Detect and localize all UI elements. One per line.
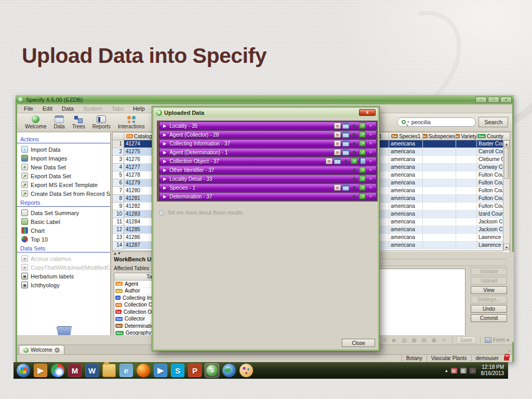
view-record-icon[interactable]: ▤ — [334, 140, 341, 147]
export-icon[interactable]: ↗ — [359, 167, 366, 173]
upload-row-agent-collector-28[interactable]: ▶Agent (Collector) - 28▤♣↗× — [159, 130, 377, 139]
view-record-icon[interactable]: ▤ — [334, 149, 341, 155]
sidebar-item-export-data-set[interactable]: ↗Export Data Set — [17, 171, 110, 180]
dialog-titlebar[interactable]: $ Uploaded Data x — [154, 108, 378, 117]
undo-button[interactable]: Undo — [471, 305, 507, 313]
sidebar-item-herbarium-labels[interactable]: ▤Herbarium labels — [17, 272, 110, 281]
menu-file[interactable]: File — [19, 105, 38, 112]
sidebar-item-create-data-set-from-record-set[interactable]: ↗Create Data Set from Record Set — [17, 189, 110, 198]
export-icon[interactable]: ↗ — [359, 149, 366, 155]
sidebar-item-export-ms-excel-template[interactable]: ↗Export MS Excel Template — [17, 180, 110, 189]
scroll-up-icon[interactable]: ▲ — [503, 140, 510, 147]
tree-view-icon[interactable]: ♣ — [351, 184, 357, 191]
upload-row-other-identifier-37[interactable]: ▶Other Identifier - 37♣↗× — [159, 166, 377, 174]
dialog-close-button[interactable]: Close — [342, 339, 375, 347]
window-titlebar[interactable]: $ Specify 6.5.00 (EZDB) – □ x — [16, 95, 514, 104]
form-view-icon[interactable] — [342, 123, 349, 129]
upload-row-collection-object-37[interactable]: ▶Collection Object - 37▤♣↗× — [159, 157, 377, 165]
maxthon-icon[interactable]: M — [68, 364, 82, 377]
search-button[interactable]: Search — [478, 117, 508, 127]
toolbar-interactions[interactable]: Interactions — [114, 113, 149, 131]
scroll-down-icon[interactable]: ▼ — [503, 244, 510, 250]
expand-arrow-icon[interactable]: ▶ — [163, 177, 166, 181]
remove-icon[interactable]: × — [367, 140, 374, 147]
google-earth-icon[interactable] — [222, 364, 236, 377]
toolbar-welcome[interactable]: Welcome — [21, 113, 50, 131]
form-view-dropdown[interactable]: Form ▾ — [485, 337, 509, 343]
view-record-icon[interactable]: ▤ — [334, 131, 341, 138]
tree-view-icon[interactable]: ♣ — [351, 149, 357, 155]
start-button[interactable] — [17, 364, 30, 377]
sidebar-item-chart[interactable]: Chart — [17, 226, 110, 235]
column-header-species1[interactable]: DetSpecies1 — [389, 132, 423, 140]
form-view-icon[interactable] — [334, 158, 341, 164]
tree-view-icon[interactable]: ♣ — [342, 158, 349, 164]
tree-view-icon[interactable]: ♣ — [351, 193, 357, 200]
export-icon[interactable]: ↗ — [351, 158, 357, 164]
view-record-icon[interactable]: ▤ — [334, 123, 341, 129]
notebook-icon[interactable] — [359, 158, 366, 164]
tree-view-icon[interactable]: ♣ — [351, 131, 357, 138]
ie-icon[interactable]: e — [119, 364, 133, 377]
column-header-0[interactable] — [113, 132, 124, 140]
form-view-icon[interactable] — [342, 184, 349, 191]
paint-icon[interactable] — [240, 364, 253, 377]
menu-edit[interactable]: Edit — [38, 105, 57, 112]
upload-row-determination-37[interactable]: ▶Determination - 37♣↗× — [159, 192, 377, 201]
explorer-icon[interactable] — [102, 364, 116, 377]
sidebar-item-data-set-summary[interactable]: Data Set Summary — [17, 208, 110, 217]
column-header-county[interactable]: GeoCounty — [477, 132, 504, 140]
remove-icon[interactable]: × — [367, 149, 374, 155]
chrome-icon[interactable] — [51, 364, 64, 377]
tray-expand-icon[interactable]: ▴ — [445, 368, 448, 373]
toolbar-reports[interactable]: Reports — [89, 113, 114, 131]
skype-icon[interactable]: S — [171, 364, 184, 377]
view-record-icon[interactable]: ▤ — [326, 158, 332, 164]
form-view-icon[interactable] — [342, 140, 349, 147]
remove-icon[interactable]: × — [367, 123, 374, 129]
tab-close-icon[interactable]: × — [55, 348, 60, 353]
remove-icon[interactable]: × — [367, 167, 374, 173]
expand-arrow-icon[interactable]: ▶ — [163, 159, 166, 164]
form-view-icon[interactable] — [342, 149, 349, 155]
specify-icon[interactable]: $ — [205, 364, 219, 377]
expand-arrow-icon[interactable]: ▶ — [163, 185, 166, 190]
maximize-button[interactable]: □ — [488, 97, 499, 103]
tree-view-icon[interactable]: ♣ — [351, 167, 357, 173]
tray-icon[interactable]: ▤ — [451, 368, 457, 374]
export-icon[interactable]: ↗ — [359, 140, 366, 147]
view-button[interactable]: View — [471, 286, 507, 294]
expand-arrow-icon[interactable]: ▶ — [163, 194, 166, 199]
expand-arrow-icon[interactable]: ▶ — [163, 168, 166, 172]
export-icon[interactable]: ↗ — [359, 193, 366, 200]
media-center-icon[interactable]: ▶ — [154, 364, 167, 377]
export-icon[interactable]: ↗ — [359, 176, 366, 182]
remove-icon[interactable]: × — [367, 176, 374, 182]
expand-arrow-icon[interactable]: ▶ — [163, 150, 166, 155]
remove-icon[interactable]: × — [367, 184, 374, 191]
expand-arrow-icon[interactable]: ▶ — [163, 141, 166, 146]
sidebar-item-basic-label[interactable]: Basic Label — [17, 217, 110, 226]
upload-row-agent-determination-1[interactable]: ▶Agent (Determination) - 1▤♣↗× — [159, 148, 377, 156]
commit-button[interactable]: Commit — [471, 314, 507, 322]
sidebar-item-import-images[interactable]: Import Images — [17, 154, 110, 163]
sidebar-item-top-10[interactable]: Top 10 — [17, 235, 110, 244]
word-icon[interactable]: W — [85, 364, 99, 377]
toolbar-trees[interactable]: Trees — [69, 113, 89, 131]
volume-muted-icon[interactable]: × — [470, 368, 476, 374]
remove-icon[interactable]: × — [367, 158, 374, 164]
menu-help[interactable]: Help — [128, 105, 150, 112]
network-icon[interactable]: ▥ — [460, 368, 467, 374]
taskbar-clock[interactable]: 12:18 PM 8/16/2013 — [481, 364, 506, 377]
notification-close-icon[interactable]: × — [508, 349, 511, 353]
tree-view-icon[interactable]: ♣ — [351, 123, 357, 129]
expand-arrow-icon[interactable]: ▶ — [163, 124, 166, 128]
firefox-icon[interactable] — [137, 364, 150, 377]
save-button[interactable]: Save — [457, 336, 476, 344]
form-view-icon[interactable] — [342, 131, 349, 138]
upload-row-locality-35[interactable]: ▶Locality - 35▤♣↗× — [159, 122, 377, 130]
export-icon[interactable]: ↗ — [359, 184, 366, 191]
sidebar-item-import-data[interactable]: ↑Import Data — [17, 145, 110, 154]
scrollbar-thumb[interactable] — [504, 148, 509, 179]
splitter-handle[interactable]: ▲▼ — [113, 251, 122, 255]
